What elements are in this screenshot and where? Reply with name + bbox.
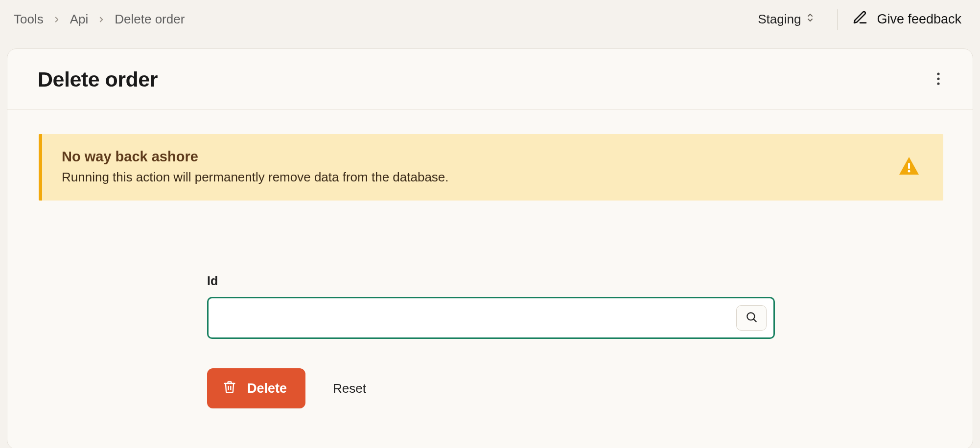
main-card: Delete order No way back ashore Running …: [7, 48, 973, 448]
warning-icon: [898, 156, 920, 178]
give-feedback-button[interactable]: Give feedback: [852, 10, 966, 29]
feedback-label: Give feedback: [877, 12, 961, 27]
id-label: Id: [207, 274, 775, 288]
breadcrumb-current: Delete order: [115, 12, 185, 27]
delete-button-label: Delete: [247, 381, 287, 396]
search-icon: [745, 311, 758, 325]
svg-point-4: [908, 170, 910, 173]
page-title: Delete order: [38, 67, 158, 91]
more-actions-button[interactable]: [929, 70, 948, 90]
svg-point-2: [937, 82, 939, 85]
chevron-right-icon: [97, 15, 106, 24]
warning-description: Running this action will permanently rem…: [62, 170, 449, 185]
edit-icon: [852, 10, 868, 29]
breadcrumb: Tools Api Delete order: [14, 12, 185, 27]
id-input[interactable]: [222, 303, 736, 333]
more-vertical-icon: [936, 72, 940, 88]
svg-line-6: [754, 319, 756, 322]
breadcrumb-api[interactable]: Api: [70, 12, 89, 27]
select-icon: [806, 12, 815, 27]
warning-title: No way back ashore: [62, 149, 449, 165]
warning-banner: No way back ashore Running this action w…: [39, 134, 943, 201]
svg-point-0: [937, 72, 939, 75]
divider: [837, 9, 838, 30]
id-input-wrapper: [207, 297, 775, 339]
delete-button[interactable]: Delete: [207, 368, 305, 408]
lookup-button[interactable]: [736, 305, 767, 331]
svg-point-1: [937, 77, 939, 80]
environment-selector[interactable]: Staging: [753, 9, 822, 30]
breadcrumb-tools[interactable]: Tools: [14, 12, 44, 27]
svg-rect-3: [908, 163, 910, 169]
reset-button[interactable]: Reset: [329, 376, 370, 401]
chevron-right-icon: [52, 15, 61, 24]
environment-value: Staging: [758, 12, 801, 27]
trash-icon: [223, 380, 236, 397]
